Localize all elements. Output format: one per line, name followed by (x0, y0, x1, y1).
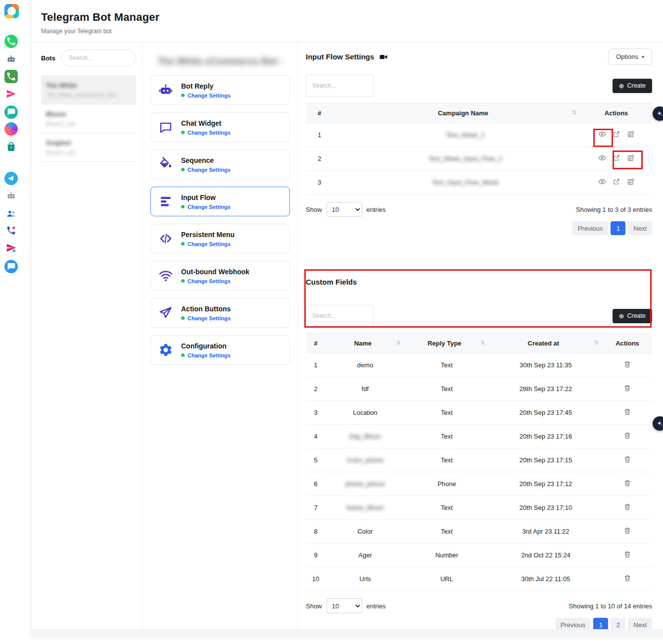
page-header: Telegram Bot Manager Manage your Telegra… (32, 0, 663, 43)
create-campaign-button[interactable]: ⊕Create (613, 79, 652, 93)
table-row: 2 fdf Text 28th Sep 23 17:22 (306, 377, 652, 401)
shop-icon[interactable] (4, 140, 18, 153)
assistant-fab-top[interactable] (653, 106, 663, 121)
bot-gray-icon[interactable] (4, 189, 18, 202)
delete-icon[interactable] (623, 386, 631, 394)
page-size-select[interactable]: 10 (327, 598, 362, 613)
bots-panel-title: Bots (41, 54, 55, 62)
card-chat-widget[interactable]: Chat Widget Change Settings (150, 112, 290, 142)
telegram-send-icon[interactable] (4, 241, 18, 254)
card-sequence[interactable]: Sequence Change Settings (150, 149, 290, 179)
card-bot-reply[interactable]: Bot Reply Change Settings (150, 75, 290, 105)
change-settings-link[interactable]: Change Settings (181, 130, 231, 136)
custom-fields-search-input[interactable] (306, 305, 374, 327)
field-name: Location (326, 401, 405, 425)
delete-icon[interactable] (623, 481, 631, 489)
wifi-icon (158, 268, 174, 284)
chat-teal-icon[interactable] (4, 105, 18, 119)
delete-icon[interactable] (623, 434, 631, 441)
delete-icon[interactable] (623, 529, 631, 536)
reply-type: Text (405, 353, 489, 377)
delete-icon[interactable] (623, 552, 631, 560)
selected-bot-heading: The White eCommerce Bot : (150, 48, 290, 75)
assistant-fab-bottom[interactable] (653, 416, 663, 431)
change-settings-link[interactable]: Change Settings (181, 352, 231, 358)
change-settings-link[interactable]: Change Settings (181, 167, 231, 173)
change-settings-link[interactable]: Change Settings (181, 241, 235, 247)
reply-type: Text (405, 496, 489, 520)
col-header-name[interactable]: Name⇅ (326, 334, 405, 353)
messenger-icon[interactable] (4, 122, 18, 136)
app-logo-icon[interactable] (4, 4, 19, 18)
view-icon[interactable] (598, 130, 606, 140)
row-num: 9 (306, 544, 326, 567)
delete-icon[interactable] (623, 457, 631, 465)
delete-icon[interactable] (623, 505, 631, 512)
change-settings-link[interactable]: Change Settings (181, 315, 231, 321)
created-at: 30th Jul 22 11:05 (489, 567, 603, 591)
card-configuration[interactable]: Configuration Change Settings (150, 335, 290, 365)
bots-search-input[interactable] (61, 50, 136, 66)
created-at: 20th Sep 23 17:16 (489, 425, 603, 448)
card-persistent-menu[interactable]: Persistent Menu Change Settings (150, 224, 290, 253)
edit-icon[interactable] (627, 130, 635, 140)
messenger-bot-icon[interactable] (4, 52, 18, 66)
custom-fields-title: Custom Fields (306, 278, 652, 286)
card-outbound-webhook[interactable]: Out-bound Webhook Change Settings (150, 261, 290, 291)
whatsapp-icon[interactable] (4, 35, 18, 48)
field-name: Day_Bhum (326, 425, 405, 448)
previous-page-button[interactable]: Previous (572, 221, 609, 235)
telegram-pink-icon[interactable] (4, 87, 18, 100)
options-button[interactable]: Options▾ (608, 49, 652, 65)
bars-icon (158, 194, 174, 209)
bot-list-item[interactable]: The White The_White_eCommerce_Bot (41, 75, 136, 104)
edit-icon[interactable] (627, 154, 635, 163)
export-icon[interactable] (613, 178, 620, 187)
view-icon[interactable] (598, 154, 606, 163)
reply-type: Text (405, 401, 489, 425)
col-header-num[interactable]: # (306, 103, 350, 123)
create-custom-field-button[interactable]: ⊕Create (613, 309, 652, 323)
view-icon[interactable] (598, 178, 606, 187)
row-num: 5 (306, 448, 326, 472)
input-flow-panel: Input Flow Settings Options▾ ⊕Create # C… (298, 43, 663, 635)
reply-type: URL (405, 567, 489, 591)
card-title: Chat Widget (181, 119, 231, 127)
video-camera-icon[interactable] (379, 52, 388, 61)
chat-blue-icon[interactable] (4, 260, 18, 273)
bot-handle: Bhumi7_bot (46, 121, 131, 127)
change-settings-link[interactable]: Change Settings (181, 93, 231, 99)
bot-list-item[interactable]: Bhumi Bhumi7_bot (41, 104, 136, 133)
change-settings-link[interactable]: Change Settings (181, 278, 249, 284)
contacts-icon[interactable] (4, 207, 18, 220)
bottom-strip (32, 629, 663, 637)
chat-bubble-icon (158, 119, 174, 135)
status-dot (181, 316, 185, 320)
sort-icon: ⇅ (572, 109, 576, 116)
bot-list-item[interactable]: Graphot Bhumi7_bot (41, 133, 136, 162)
telegram-icon[interactable] (4, 172, 18, 185)
delete-icon[interactable] (623, 362, 631, 370)
created-at: 3rd Apr 23 11:22 (489, 520, 603, 544)
whatsapp-business-icon[interactable] (4, 70, 18, 83)
delete-icon[interactable] (623, 410, 631, 417)
next-page-button[interactable]: Next (628, 221, 652, 235)
delete-icon[interactable] (623, 576, 631, 584)
card-action-buttons[interactable]: Action Buttons Change Settings (150, 298, 290, 328)
page-1-button[interactable]: 1 (611, 221, 625, 235)
col-header-created-at[interactable]: Created at⇅ (489, 334, 603, 353)
page-size-select[interactable]: 10 (327, 202, 362, 217)
field-name: demo (326, 353, 405, 377)
col-header-reply-type[interactable]: Reply Type⇅ (405, 334, 489, 353)
col-header-campaign-name[interactable]: Campaign Name⇅ (350, 103, 580, 123)
table-row: 9 Ager Number 2nd Oct 22 15:24 (306, 544, 652, 567)
campaign-search-input[interactable] (306, 75, 374, 97)
col-header-num[interactable]: # (306, 334, 326, 353)
export-icon[interactable] (613, 130, 620, 140)
edit-icon[interactable] (627, 178, 635, 187)
phone-icon[interactable] (4, 224, 18, 237)
export-icon[interactable] (613, 154, 620, 163)
bot-settings-panel: The White eCommerce Bot : Bot Reply Chan… (142, 43, 298, 635)
card-input-flow[interactable]: Input Flow Change Settings (150, 187, 290, 216)
change-settings-link[interactable]: Change Settings (181, 204, 231, 210)
